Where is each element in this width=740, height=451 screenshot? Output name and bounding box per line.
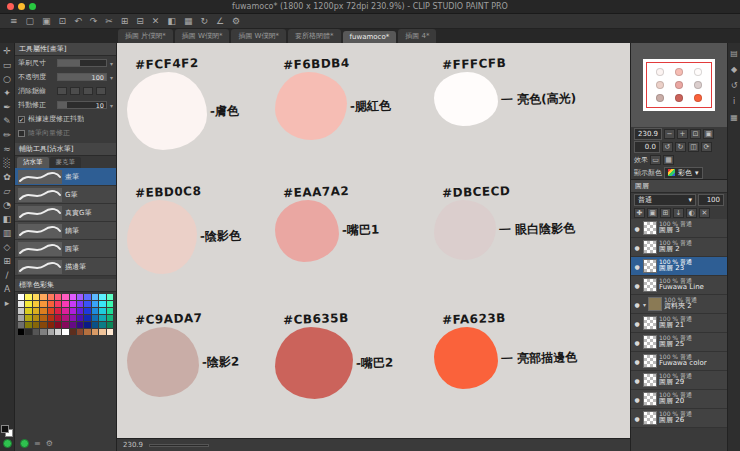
palette-color-cell[interactable] bbox=[33, 308, 39, 314]
layer-visibility-eye-icon[interactable]: ● bbox=[633, 244, 641, 251]
palette-color-cell[interactable] bbox=[107, 315, 113, 321]
rotate-view-icon[interactable]: ↻ bbox=[200, 17, 208, 26]
brush-tool[interactable]: ≈ bbox=[1, 143, 14, 156]
layer-row[interactable]: ● ▾ 100 % 普通 圖層 20 bbox=[631, 390, 727, 409]
antialias-strong-button[interactable] bbox=[96, 87, 106, 95]
layer-thumbnail[interactable] bbox=[643, 373, 657, 387]
palette-color-cell[interactable] bbox=[18, 315, 24, 321]
stabilization-slider[interactable]: 10 bbox=[57, 101, 107, 109]
duplicate-layer-icon[interactable]: ⊞ bbox=[660, 208, 671, 218]
palette-color-cell[interactable] bbox=[77, 322, 83, 328]
palette-color-cell[interactable] bbox=[40, 301, 46, 307]
palette-color-cell[interactable] bbox=[25, 294, 31, 300]
palette-color-cell[interactable] bbox=[107, 301, 113, 307]
palette-color-cell[interactable] bbox=[40, 308, 46, 314]
reset-rotation-icon[interactable]: ⟳ bbox=[701, 142, 712, 152]
brush-size-slider[interactable] bbox=[57, 59, 107, 67]
palette-color-cell[interactable] bbox=[25, 329, 31, 335]
layer-visibility-eye-icon[interactable]: ● bbox=[633, 263, 641, 270]
grid-icon[interactable]: ▦ bbox=[184, 17, 193, 26]
palette-color-cell[interactable] bbox=[99, 301, 105, 307]
zoom-window-button[interactable] bbox=[29, 3, 36, 10]
panel-list-icon[interactable]: ▦ bbox=[730, 113, 738, 122]
decoration-tool[interactable]: ✿ bbox=[1, 171, 14, 184]
brush-list-item[interactable]: 真實G筆 bbox=[15, 204, 116, 222]
airbrush-tool[interactable]: ░ bbox=[1, 157, 14, 170]
document-tab[interactable]: 要所格閉體* bbox=[288, 29, 341, 43]
palette-color-cell[interactable] bbox=[55, 294, 61, 300]
palette-color-cell[interactable] bbox=[48, 315, 54, 321]
move-tool[interactable]: ✛ bbox=[1, 45, 14, 58]
palette-color-cell[interactable] bbox=[55, 329, 61, 335]
navigator-rotate-value[interactable]: 0.0 bbox=[634, 141, 660, 153]
palette-color-cell[interactable] bbox=[25, 322, 31, 328]
palette-color-cell[interactable] bbox=[18, 294, 24, 300]
navigator-zoom-value[interactable]: 230.9 bbox=[634, 128, 662, 140]
settings-icon[interactable]: ⚙ bbox=[232, 17, 240, 26]
palette-color-cell[interactable] bbox=[18, 322, 24, 328]
layer-name[interactable]: 圖層 2 bbox=[659, 246, 692, 254]
layer-visibility-eye-icon[interactable]: ● bbox=[633, 339, 641, 346]
redo-icon[interactable]: ↷ bbox=[90, 17, 98, 26]
operation-tool[interactable]: ▸ bbox=[1, 297, 14, 310]
palette-color-cell[interactable] bbox=[92, 315, 98, 321]
fill-icon[interactable]: ◧ bbox=[167, 17, 176, 26]
layer-row[interactable]: ● ▾ 100 % 普通 圖層 25 bbox=[631, 333, 727, 352]
layer-visibility-eye-icon[interactable]: ● bbox=[633, 377, 641, 384]
opacity-slider[interactable]: 100 bbox=[57, 73, 107, 81]
merge-down-icon[interactable]: ↓ bbox=[673, 208, 684, 218]
antialias-medium-button[interactable] bbox=[83, 87, 93, 95]
snap-icon[interactable]: ∠ bbox=[216, 17, 224, 26]
frame-tool[interactable]: ⊞ bbox=[1, 255, 14, 268]
magic-wand-tool[interactable]: ✦ bbox=[1, 87, 14, 100]
document-tab[interactable]: 插圖 片僕閉* bbox=[118, 29, 173, 43]
fit-screen-icon[interactable]: ⊡ bbox=[690, 129, 701, 139]
layer-name[interactable]: 圖層 25 bbox=[659, 341, 692, 349]
palette-color-cell[interactable] bbox=[84, 308, 90, 314]
palette-color-cell[interactable] bbox=[77, 308, 83, 314]
zoom-status-slider[interactable] bbox=[149, 444, 209, 447]
main-sub-color-chips[interactable] bbox=[1, 425, 13, 437]
status-green-indicator[interactable] bbox=[20, 439, 29, 448]
history-icon[interactable]: ↺ bbox=[731, 81, 738, 90]
palette-color-cell[interactable] bbox=[25, 308, 31, 314]
palette-color-cell[interactable] bbox=[18, 329, 24, 335]
layer-row[interactable]: ● ▾ 100 % 普通 圖層 21 bbox=[631, 314, 727, 333]
document-tab[interactable]: 插圖 W僕閉* bbox=[231, 29, 286, 43]
paste-icon[interactable]: ⊟ bbox=[136, 17, 144, 26]
copy-icon[interactable]: ⊞ bbox=[121, 17, 129, 26]
palette-color-cell[interactable] bbox=[70, 308, 76, 314]
palette-color-cell[interactable] bbox=[33, 329, 39, 335]
layer-visibility-eye-icon[interactable]: ● bbox=[633, 282, 641, 289]
layer-name[interactable]: 圖層 26 bbox=[659, 417, 692, 425]
new-folder-icon[interactable]: ▣ bbox=[647, 208, 658, 218]
palette-color-cell[interactable] bbox=[99, 329, 105, 335]
marquee-tool[interactable]: ▭ bbox=[1, 59, 14, 72]
palette-color-cell[interactable] bbox=[48, 329, 54, 335]
delete-layer-icon[interactable]: ✕ bbox=[699, 208, 710, 218]
layer-name[interactable]: 圖層 21 bbox=[659, 322, 692, 330]
antialias-weak-button[interactable] bbox=[70, 87, 80, 95]
brush-size-dropdown-icon[interactable]: ▾ bbox=[110, 60, 113, 67]
palette-color-cell[interactable] bbox=[70, 294, 76, 300]
palette-color-cell[interactable] bbox=[84, 315, 90, 321]
material-icon[interactable]: ◆ bbox=[731, 65, 737, 74]
layer-row[interactable]: ● ▾ 100 % 普通 圖層 29 bbox=[631, 371, 727, 390]
palette-color-cell[interactable] bbox=[33, 294, 39, 300]
speed-correction-checkbox[interactable]: ✓ bbox=[18, 116, 25, 123]
stabilization-dropdown-icon[interactable]: ▾ bbox=[110, 102, 113, 109]
document-tab[interactable]: fuwamoco* bbox=[343, 31, 397, 43]
brush-list-item[interactable]: G筆 bbox=[15, 186, 116, 204]
layer-thumbnail[interactable] bbox=[643, 411, 657, 425]
layer-thumbnail[interactable] bbox=[643, 240, 657, 254]
rotate-right-icon[interactable]: ↻ bbox=[675, 142, 686, 152]
layer-thumbnail[interactable] bbox=[643, 335, 657, 349]
effect-list-button[interactable]: ▦ bbox=[663, 155, 674, 165]
navigator-panel[interactable] bbox=[631, 43, 727, 127]
palette-color-cell[interactable] bbox=[107, 329, 113, 335]
new-file-icon[interactable]: ▢ bbox=[26, 17, 35, 26]
navigator-view-frame[interactable] bbox=[646, 62, 712, 108]
palette-color-cell[interactable] bbox=[84, 329, 90, 335]
brush-list-item[interactable]: 圓筆 bbox=[15, 240, 116, 258]
palette-color-cell[interactable] bbox=[55, 308, 61, 314]
